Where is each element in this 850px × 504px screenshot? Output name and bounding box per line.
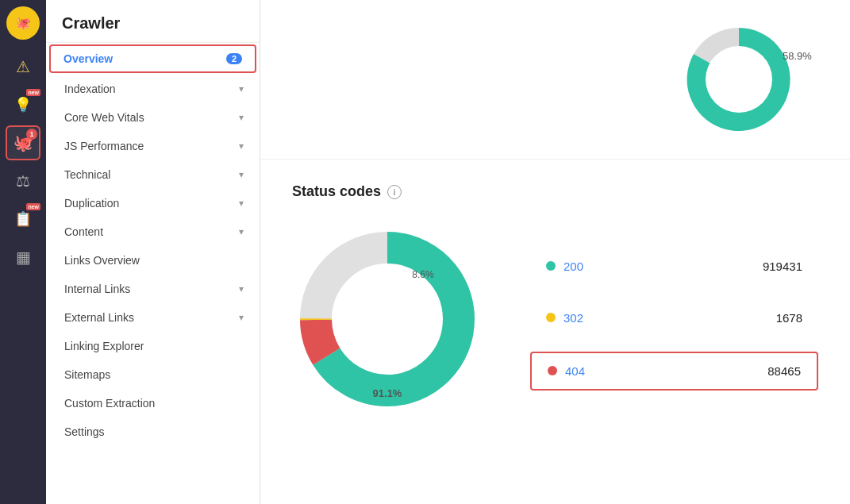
- chevron-down-icon: ▾: [239, 83, 244, 94]
- legend-label-404[interactable]: 404: [565, 364, 585, 378]
- chevron-down-icon: ▾: [239, 169, 244, 180]
- crawler-sidebar-icon[interactable]: 🐙 1: [6, 125, 40, 160]
- nav-sidebar: Crawler Overview 2 Indexation ▾ Core Web…: [46, 0, 260, 504]
- crawler-badge: 1: [26, 129, 37, 140]
- nav-item-internal-links[interactable]: Internal Links ▾: [46, 275, 260, 303]
- info-icon[interactable]: i: [387, 185, 402, 199]
- nav-item-sitemaps-label: Sitemaps: [64, 368, 110, 381]
- nav-item-settings[interactable]: Settings: [46, 417, 260, 446]
- nav-item-overview[interactable]: Overview 2: [49, 44, 256, 73]
- nav-item-indexation[interactable]: Indexation ▾: [46, 75, 260, 103]
- status-codes-title: Status codes i: [292, 183, 818, 200]
- legend-left-404: 404: [548, 364, 585, 378]
- seo-sidebar-icon[interactable]: 💡 new: [6, 87, 40, 122]
- top-section: 58.9%: [260, 0, 850, 160]
- log-sidebar-icon[interactable]: 📋 new: [6, 202, 40, 237]
- nav-item-indexation-label: Indexation: [64, 83, 116, 95]
- icon-sidebar: 🐙 ⚠ 💡 new 🐙 1 ⚖ 📋 new ▦: [0, 0, 46, 504]
- svg-text:91.1%: 91.1%: [373, 387, 402, 399]
- svg-text:58.9%: 58.9%: [783, 50, 812, 62]
- nav-item-core-web-vitals[interactable]: Core Web Vitals ▾: [46, 103, 260, 132]
- log-new-badge: new: [26, 203, 40, 210]
- chevron-down-icon: ▾: [239, 283, 244, 294]
- sidebar-title: Crawler: [46, 0, 260, 43]
- nav-item-cwv-label: Core Web Vitals: [64, 111, 144, 124]
- svg-text:8.6%: 8.6%: [412, 269, 434, 280]
- nav-item-overview-badge: 2: [226, 53, 242, 64]
- chevron-down-icon: ▾: [239, 140, 244, 152]
- legend-dot-404: [548, 366, 557, 375]
- nav-item-content[interactable]: Content ▾: [46, 217, 260, 246]
- nav-item-jsperfb-label: JS Performance: [64, 140, 144, 152]
- nav-item-content-label: Content: [64, 225, 103, 238]
- nav-item-links-overview[interactable]: Links Overview: [46, 246, 260, 275]
- app-logo[interactable]: 🐙: [6, 6, 40, 40]
- nav-item-duplication[interactable]: Duplication ▾: [46, 189, 260, 217]
- legend-item-404[interactable]: 404 88465: [530, 352, 818, 391]
- chevron-down-icon: ▾: [239, 312, 244, 323]
- nav-item-sitemaps[interactable]: Sitemaps: [46, 360, 260, 389]
- legend-left-200: 200: [546, 260, 583, 273]
- new-badge: new: [26, 89, 40, 96]
- chevron-down-icon: ▾: [239, 226, 244, 237]
- warning-sidebar-icon[interactable]: ⚠: [6, 49, 40, 84]
- status-codes-section: Status codes i: [260, 160, 850, 438]
- nav-item-links-overview-label: Links Overview: [64, 254, 140, 267]
- nav-item-js-performance[interactable]: JS Performance ▾: [46, 132, 260, 160]
- compare-sidebar-icon[interactable]: ⚖: [6, 164, 40, 198]
- nav-item-custom-extraction[interactable]: Custom Extraction: [46, 389, 260, 417]
- nav-item-overview-label: Overview: [63, 52, 113, 65]
- nav-item-linking-explorer-label: Linking Explorer: [64, 340, 144, 352]
- chevron-down-icon: ▾: [239, 112, 244, 123]
- legend-item-200[interactable]: 200 919431: [530, 248, 818, 284]
- nav-item-settings-label: Settings: [64, 425, 105, 438]
- legend-label-302[interactable]: 302: [563, 311, 583, 325]
- legend-value-200: 919431: [763, 260, 802, 273]
- status-codes-label: Status codes: [292, 183, 381, 200]
- nav-item-external-links-label: External Links: [64, 311, 134, 324]
- legend-label-200[interactable]: 200: [563, 260, 583, 273]
- nav-item-custom-extraction-label: Custom Extraction: [64, 397, 155, 410]
- nav-item-technical[interactable]: Technical ▾: [46, 160, 260, 189]
- nav-item-external-links[interactable]: External Links ▾: [46, 303, 260, 332]
- legend-value-302: 1678: [776, 311, 802, 325]
- nav-item-technical-label: Technical: [64, 168, 110, 181]
- top-donut-chart: 58.9%: [660, 16, 818, 143]
- legend-left-302: 302: [546, 311, 583, 325]
- legend-value-404: 88465: [767, 364, 801, 378]
- svg-point-2: [706, 46, 772, 113]
- legend-dot-200: [546, 261, 556, 271]
- nav-item-internal-links-label: Internal Links: [64, 283, 130, 295]
- grid-sidebar-icon[interactable]: ▦: [6, 240, 40, 275]
- status-legend: 200 919431 302 1678 404 88465: [530, 248, 818, 391]
- svg-text:🐙: 🐙: [16, 16, 31, 30]
- status-body: 91.1% 8.6% 200 919431 302: [292, 224, 818, 414]
- status-donut-chart: 91.1% 8.6%: [292, 224, 483, 414]
- legend-item-302[interactable]: 302 1678: [530, 300, 818, 336]
- nav-item-linking-explorer[interactable]: Linking Explorer: [46, 332, 260, 360]
- legend-dot-302: [546, 313, 556, 322]
- nav-item-duplication-label: Duplication: [64, 197, 119, 210]
- svg-point-8: [333, 265, 441, 373]
- chevron-down-icon: ▾: [239, 198, 244, 209]
- main-content: 58.9% Status codes i: [260, 0, 850, 504]
